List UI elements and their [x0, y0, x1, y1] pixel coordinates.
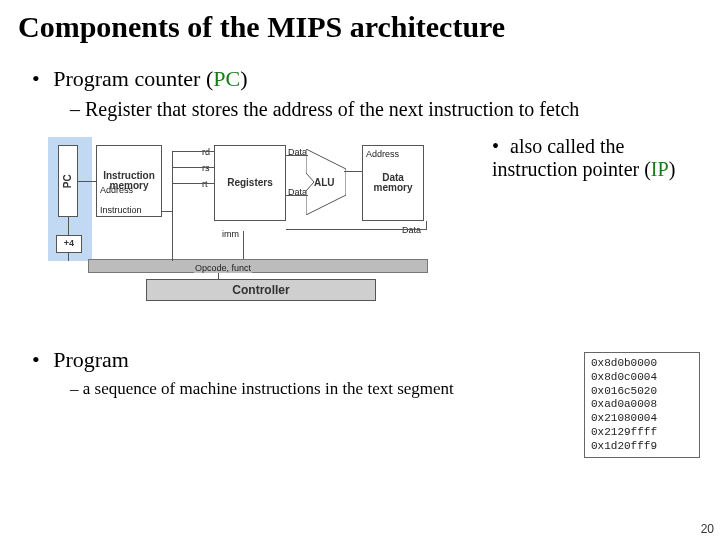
wire — [243, 231, 244, 259]
label-imem-instruction: Instruction — [100, 205, 142, 215]
label-imm: imm — [222, 229, 239, 239]
label-rd: rd — [202, 147, 210, 157]
label-rt: rt — [202, 179, 208, 189]
label-opcode: Opcode, funct — [194, 263, 252, 273]
wire — [172, 167, 214, 168]
wire — [286, 155, 308, 156]
wire — [68, 253, 69, 261]
slide-title: Components of the MIPS architecture — [18, 10, 702, 44]
pc-text-suffix: ) — [240, 66, 247, 91]
instruction-bus — [88, 259, 428, 273]
ip-abbrev: IP — [651, 158, 669, 180]
wire — [172, 183, 214, 184]
label-imem-address: Address — [100, 185, 133, 195]
wire — [286, 229, 426, 230]
wire — [68, 217, 69, 235]
label-dmem-address: Address — [366, 149, 399, 159]
machine-code-listing: 0x8d0b0000 0x8d0c0004 0x016c5020 0xad0a0… — [584, 352, 700, 458]
ip-text-suffix: ) — [669, 158, 676, 180]
label-dmem-data: Data — [402, 225, 421, 235]
wire — [286, 195, 308, 196]
label-alu: ALU — [314, 177, 335, 188]
side-note: • also called the instruction pointer (I… — [478, 127, 678, 181]
wire — [344, 171, 362, 172]
wire — [162, 211, 172, 212]
wire — [172, 211, 173, 261]
bullet-dot: • — [32, 66, 40, 91]
wire — [218, 273, 219, 280]
ip-text-prefix: also called the instruction pointer ( — [492, 135, 651, 180]
bullet-dot: • — [492, 135, 499, 157]
pc-text-prefix: Program counter ( — [53, 66, 213, 91]
pc-abbrev: PC — [213, 66, 240, 91]
label-rs: rs — [202, 163, 210, 173]
block-controller: Controller — [146, 279, 376, 301]
wire — [172, 151, 173, 211]
block-pc: PC — [58, 145, 78, 217]
page-number: 20 — [701, 522, 714, 536]
bullet-dot: • — [32, 347, 40, 372]
bullet-program-counter: • Program counter (PC) — [32, 66, 702, 92]
block-plus4: +4 — [56, 235, 82, 253]
bullet-pc-sub: – Register that stores the address of th… — [70, 98, 702, 121]
wire — [78, 181, 96, 182]
wire — [172, 151, 214, 152]
bullet-ip-note: • also called the instruction pointer (I… — [492, 135, 678, 181]
block-registers: Registers — [214, 145, 286, 221]
architecture-diagram: PC +4 Instruction memory Address Instruc… — [18, 127, 478, 317]
wire — [426, 221, 427, 230]
